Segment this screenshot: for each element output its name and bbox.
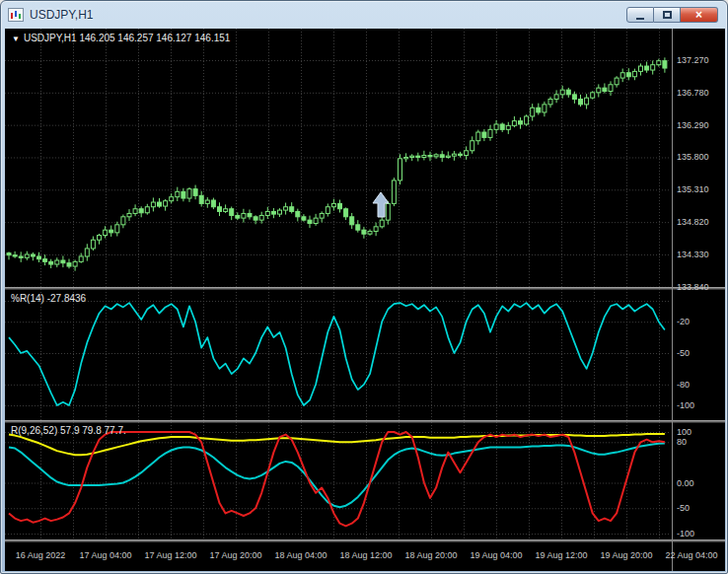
candle-body <box>476 132 480 141</box>
candle-body <box>386 203 390 220</box>
candle-body <box>440 155 444 158</box>
wpr-tick-label: -50 <box>677 348 690 358</box>
candle-body <box>554 95 558 100</box>
candle-body <box>109 230 113 233</box>
candle-body <box>494 124 498 129</box>
time-tick-label: 19 Aug 04:00 <box>470 550 522 560</box>
price-tick-label: 136.780 <box>677 88 709 98</box>
candle-body <box>164 201 168 206</box>
price-tick-label: 134.820 <box>677 217 709 227</box>
candle-body <box>7 253 11 255</box>
candle-body <box>115 225 119 233</box>
candle-body <box>31 254 35 256</box>
candle-body <box>404 157 408 158</box>
price-tick-label: 137.270 <box>677 55 709 65</box>
window-title: USDJPY,H1 <box>30 8 93 22</box>
oscillator-tick-label: 100 <box>677 427 692 437</box>
candle-body <box>639 66 643 71</box>
candle-body <box>331 203 335 206</box>
candle-body <box>158 202 162 206</box>
candle-body <box>609 85 613 92</box>
oscillator-tick-label: -50 <box>677 503 690 513</box>
maximize-button[interactable] <box>654 7 681 23</box>
time-tick-label: 18 Aug 12:00 <box>339 550 392 560</box>
candle-body <box>121 217 125 225</box>
candle-body <box>512 121 516 126</box>
candle-body <box>428 155 432 156</box>
candle-body <box>560 90 564 95</box>
title-bar[interactable]: USDJPY,H1 × <box>1 1 727 29</box>
oscillator-tick-label: -100 <box>677 529 694 538</box>
candle-body <box>67 263 71 266</box>
candle-body <box>471 141 474 151</box>
candle-body <box>314 218 318 223</box>
window: USDJPY,H1 × 137.270136.780136.290135.800… <box>0 0 728 574</box>
candle-body <box>79 256 83 261</box>
candle-body <box>182 191 185 198</box>
candle-body <box>416 156 420 157</box>
time-tick-label: 17 Aug 20:00 <box>209 550 261 560</box>
candle-body <box>482 132 486 137</box>
candle-body <box>290 207 294 212</box>
candle-body <box>25 254 29 257</box>
candle-body <box>585 98 589 105</box>
candle-body <box>410 156 414 157</box>
candle-body <box>572 95 576 100</box>
candle-body <box>13 255 17 256</box>
time-tick-label: 19 Aug 12:00 <box>535 550 587 560</box>
candle-body <box>259 215 263 220</box>
chart-svg[interactable]: 137.270136.780136.290135.800135.310134.8… <box>5 29 725 571</box>
close-button[interactable]: × <box>681 7 718 23</box>
candle-body <box>446 156 450 157</box>
candle-body <box>151 202 155 207</box>
wpr-tick-label: -20 <box>677 317 690 326</box>
candle-body <box>603 88 607 91</box>
minimize-button[interactable] <box>626 7 654 23</box>
candle-body <box>296 211 300 216</box>
candle-body <box>338 203 342 208</box>
candle-body <box>187 189 191 198</box>
candle-body <box>452 154 456 156</box>
time-tick-label: 19 Aug 20:00 <box>600 550 652 560</box>
candle-body <box>19 256 23 257</box>
candle-body <box>465 151 469 156</box>
candle-body <box>271 211 275 214</box>
price-tick-label: 135.800 <box>677 152 709 162</box>
candle-body <box>49 261 53 264</box>
candle-body <box>645 66 649 70</box>
candle-body <box>374 227 378 232</box>
chart-area[interactable]: 137.270136.780136.290135.800135.310134.8… <box>5 29 725 571</box>
candle-body <box>632 71 636 76</box>
wpr-tick-label: -80 <box>677 380 690 390</box>
candle-body <box>615 78 619 85</box>
candle-body <box>278 210 282 214</box>
candle-body <box>98 236 102 241</box>
candle-body <box>344 209 348 217</box>
app-icon <box>8 8 24 22</box>
candle-body <box>626 73 630 77</box>
candle-body <box>104 230 108 235</box>
candle-body <box>657 61 661 65</box>
candle-body <box>356 225 360 230</box>
candle-body <box>320 213 324 218</box>
candle-body <box>61 260 65 263</box>
candle-body <box>284 207 288 210</box>
time-tick-label: 17 Aug 04:00 <box>79 550 131 560</box>
wpr-line <box>9 303 665 405</box>
candle-body <box>506 125 510 129</box>
medium-line <box>9 444 665 508</box>
candle-body <box>37 256 41 259</box>
candle-body <box>488 129 492 137</box>
minimize-icon <box>636 18 644 20</box>
oscillator-tick-label: 80 <box>677 437 687 447</box>
candle-body <box>308 220 312 223</box>
candle-body <box>368 232 372 235</box>
symbol-info: ▼USDJPY,H1 146.205 146.257 146.127 146.1… <box>12 33 230 43</box>
candle-body <box>531 108 535 116</box>
candle-body <box>55 260 59 264</box>
candle-body <box>525 116 529 124</box>
candle-body <box>620 73 624 78</box>
candle-body <box>500 124 504 129</box>
candle-body <box>193 189 197 196</box>
candle-body <box>350 217 354 225</box>
